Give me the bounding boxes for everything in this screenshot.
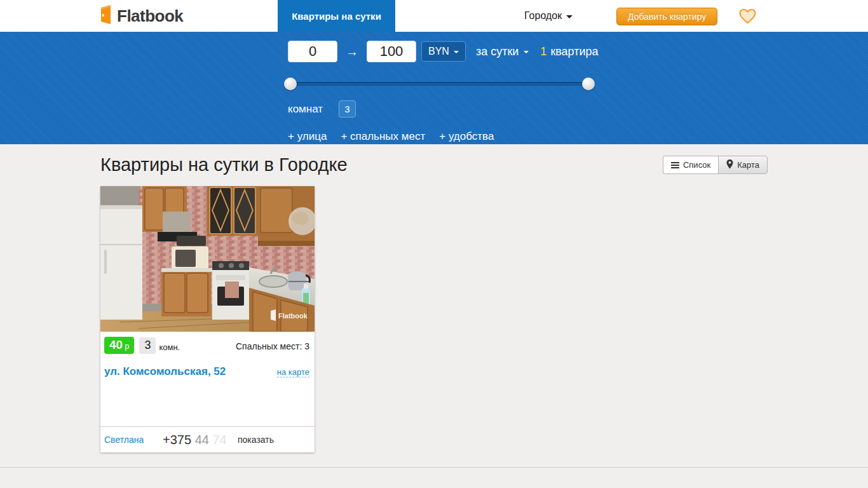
listing-photo[interactable]: Flatbook (100, 186, 315, 332)
chevron-down-icon (524, 51, 529, 53)
period-label: за сутки (476, 45, 519, 58)
chevron-down-icon (566, 15, 573, 18)
listing-address-link[interactable]: ул. Комсомольская, 52 (104, 365, 226, 378)
city-dropdown[interactable]: Городок (524, 0, 573, 32)
chevron-down-icon (454, 51, 459, 53)
price-max-input[interactable] (367, 41, 416, 62)
slider-handle-min[interactable] (284, 78, 297, 90)
view-map-label: Карта (737, 160, 759, 170)
show-phone-link[interactable]: показать (238, 435, 274, 445)
city-dropdown-label: Городок (524, 10, 562, 22)
owner-name-link[interactable]: Светлана (104, 435, 163, 445)
rooms-count-badge: 3 (139, 337, 156, 354)
top-navbar: Flatbook Квартиры на сутки Городок Добав… (0, 0, 868, 32)
rooms-label: комнат (288, 103, 323, 116)
brand-logo[interactable]: Flatbook (98, 0, 183, 32)
tab-daily-apartments[interactable]: Квартиры на сутки (278, 0, 395, 32)
view-toggle-group: Список Карта (663, 156, 768, 174)
add-apartment-button[interactable]: Добавить квартиру (616, 8, 717, 25)
currency-label: BYN (428, 46, 449, 57)
list-icon (671, 162, 679, 168)
page-title: Квартиры на сутки в Городке (100, 154, 348, 175)
currency-dropdown[interactable]: BYN (421, 41, 466, 62)
view-list-button[interactable]: Список (663, 156, 718, 174)
brand-name: Flatbook (117, 6, 183, 26)
page-footer (0, 467, 868, 482)
results-word: квартира (550, 45, 598, 58)
price-range-slider (288, 78, 591, 90)
results-count: 1квартира (540, 45, 598, 58)
card-spacer (100, 378, 315, 426)
slider-track[interactable] (288, 82, 591, 86)
filter-panel: → BYN за сутки 1квартира (0, 32, 868, 144)
show-on-map-link[interactable]: на карте (277, 367, 309, 377)
phone-number: +375 44 74 (163, 433, 238, 447)
arrow-right-icon: → (346, 44, 358, 59)
view-map-button[interactable]: Карта (718, 156, 768, 174)
beds-count-label: Спальных мест: 3 (236, 341, 309, 351)
rooms-suffix-label: комн. (159, 342, 180, 352)
listing-card: Flatbook 40р 3 комн. Спальных мест: 3 ул… (100, 186, 315, 452)
favorites-heart-icon[interactable] (739, 8, 756, 27)
add-amenities-filter-link[interactable]: + удобства (439, 130, 494, 143)
price-min-input[interactable] (288, 41, 337, 62)
slider-handle-max[interactable] (582, 78, 595, 90)
price-badge: 40р (104, 337, 134, 354)
photo-watermark: Flatbook (278, 312, 308, 320)
rooms-filter-button[interactable]: 3 (339, 100, 356, 118)
add-beds-filter-link[interactable]: + спальных мест (341, 130, 425, 143)
results-number: 1 (540, 45, 546, 58)
period-dropdown[interactable]: за сутки (476, 45, 529, 58)
door-icon (98, 4, 112, 27)
view-list-label: Список (683, 160, 710, 170)
add-street-filter-link[interactable]: + улица (288, 130, 327, 143)
map-pin-icon (726, 159, 733, 171)
